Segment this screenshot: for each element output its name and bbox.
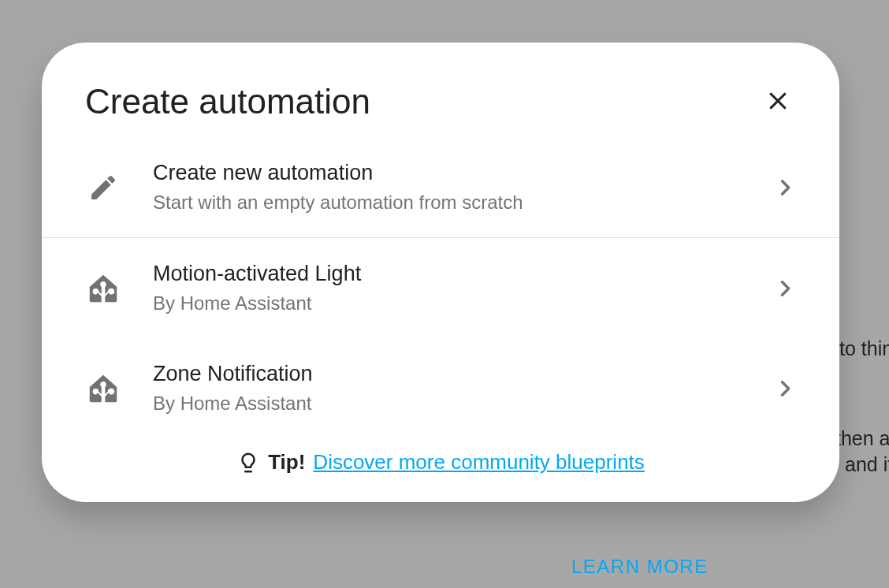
- option-subtitle: Start with an empty automation from scra…: [153, 192, 774, 214]
- option-zone-notification[interactable]: Zone Notification By Home Assistant: [42, 338, 839, 438]
- option-create-new-automation[interactable]: Create new automation Start with an empt…: [42, 137, 839, 238]
- home-assistant-icon: [85, 370, 121, 407]
- close-icon: [766, 89, 790, 115]
- tip-label: Tip!: [268, 450, 305, 474]
- chevron-right-icon: [774, 277, 796, 300]
- dialog-title: Create automation: [85, 82, 370, 121]
- option-subtitle: By Home Assistant: [153, 393, 774, 415]
- tip-discover-blueprints-link[interactable]: Discover more community blueprints: [313, 450, 644, 474]
- chevron-right-icon: [774, 378, 796, 400]
- option-title: Create new automation: [153, 161, 774, 185]
- option-text-group: Zone Notification By Home Assistant: [121, 362, 774, 415]
- option-title: Zone Notification: [153, 362, 774, 386]
- background-text: then a: [835, 427, 889, 450]
- dialog-header: Create automation: [42, 43, 839, 137]
- option-text-group: Motion-activated Light By Home Assistant: [121, 262, 774, 314]
- background-text: to thin: [839, 337, 889, 360]
- home-assistant-icon: [85, 270, 121, 307]
- tip-row: Tip! Discover more community blueprints: [42, 438, 839, 482]
- option-text-group: Create new automation Start with an empt…: [121, 161, 774, 214]
- background-text: and if: [845, 453, 889, 476]
- create-automation-dialog: Create automation Create new automation …: [42, 43, 839, 502]
- close-button[interactable]: [760, 83, 796, 121]
- option-subtitle: By Home Assistant: [153, 292, 774, 314]
- option-motion-activated-light[interactable]: Motion-activated Light By Home Assistant: [42, 238, 839, 338]
- pencil-icon: [85, 172, 121, 203]
- lightbulb-icon: [236, 451, 260, 474]
- chevron-right-icon: [774, 177, 796, 199]
- option-title: Motion-activated Light: [153, 262, 774, 286]
- learn-more-link[interactable]: LEARN MORE: [571, 556, 709, 578]
